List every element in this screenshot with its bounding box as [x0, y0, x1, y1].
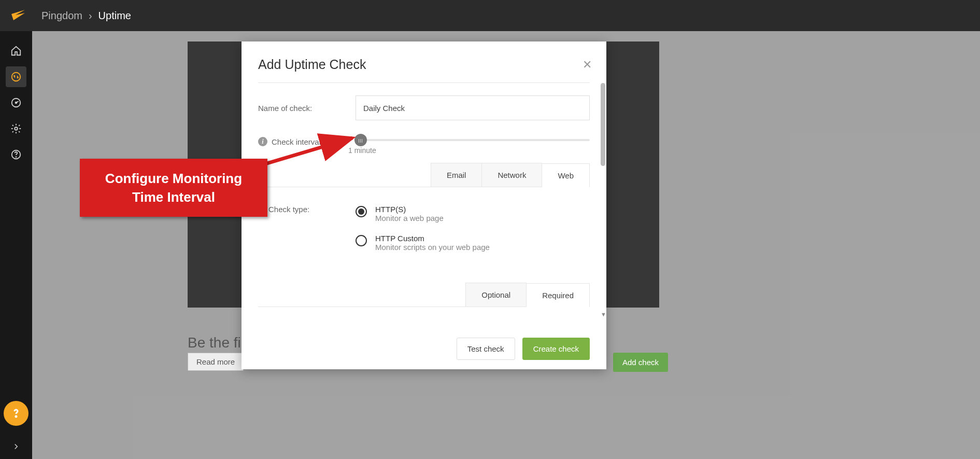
radio-https[interactable]: HTTP(S) Monitor a web page: [356, 205, 590, 222]
name-of-check-label: Name of check:: [258, 104, 356, 113]
modal-scrollbar[interactable]: [601, 83, 605, 166]
modal-title: Add Uptime Check: [258, 57, 590, 72]
radio-custom-sub: Monitor scripts on your web page: [375, 243, 490, 252]
nav-settings[interactable]: [6, 118, 26, 139]
info-icon[interactable]: i: [258, 137, 267, 146]
check-interval-label: i Check interval:: [258, 137, 356, 146]
settings-tabs: Optional Required: [258, 283, 590, 307]
svg-point-2: [16, 102, 17, 104]
radio-circle-icon: [356, 206, 367, 217]
breadcrumb-root[interactable]: Pingdom: [41, 10, 82, 22]
nav-help[interactable]: [6, 144, 26, 165]
radio-http-custom[interactable]: HTTP Custom Monitor scripts on your web …: [356, 234, 590, 252]
top-bar: Pingdom › Uptime: [0, 0, 980, 31]
tab-optional[interactable]: Optional: [465, 283, 527, 307]
radio-https-title: HTTP(S): [375, 205, 444, 214]
interval-value: 1 minute: [348, 146, 376, 155]
nav-pagespeed[interactable]: [6, 92, 26, 113]
svg-point-3: [15, 127, 18, 130]
check-category-tabs: Email Network Web: [258, 163, 590, 187]
help-bubble-button[interactable]: [4, 401, 29, 426]
name-of-check-input[interactable]: [356, 95, 590, 120]
interval-slider-track[interactable]: |||: [356, 139, 590, 141]
tab-network[interactable]: Network: [481, 163, 542, 187]
solarwinds-logo-icon: [10, 8, 26, 23]
check-type-label: Check type:: [258, 205, 356, 252]
add-check-button[interactable]: Add check: [613, 353, 668, 372]
scroll-down-arrow-icon[interactable]: ▼: [601, 311, 606, 317]
breadcrumb-current: Uptime: [98, 10, 131, 22]
svg-point-0: [12, 73, 21, 81]
left-nav-rail: [0, 31, 32, 459]
read-more-button[interactable]: Read more: [188, 353, 244, 371]
tab-required[interactable]: Required: [526, 283, 590, 307]
tab-web[interactable]: Web: [542, 163, 590, 187]
nav-uptime[interactable]: [6, 66, 26, 87]
nav-home[interactable]: [6, 40, 26, 61]
radio-https-sub: Monitor a web page: [375, 214, 444, 222]
svg-point-6: [16, 416, 17, 417]
callout-line2: Time Interval: [132, 189, 215, 205]
svg-point-5: [16, 157, 17, 157]
breadcrumb: Pingdom › Uptime: [41, 10, 131, 22]
test-check-button[interactable]: Test check: [457, 338, 515, 360]
empty-state-heading: Be the fi: [188, 335, 241, 351]
add-uptime-check-modal: Add Uptime Check ✕ Name of check: i Chec…: [242, 41, 606, 369]
expand-sidebar-button[interactable]: [6, 437, 26, 456]
annotation-callout: Configure Monitoring Time Interval: [80, 159, 267, 217]
chevron-right-icon: ›: [89, 10, 92, 22]
interval-slider-handle[interactable]: |||: [354, 134, 367, 146]
radio-custom-title: HTTP Custom: [375, 234, 490, 243]
tab-email[interactable]: Email: [431, 163, 482, 187]
radio-circle-icon: [356, 235, 367, 246]
create-check-button[interactable]: Create check: [522, 338, 590, 360]
close-icon[interactable]: ✕: [583, 58, 592, 72]
callout-line1: Configure Monitoring: [105, 171, 242, 186]
